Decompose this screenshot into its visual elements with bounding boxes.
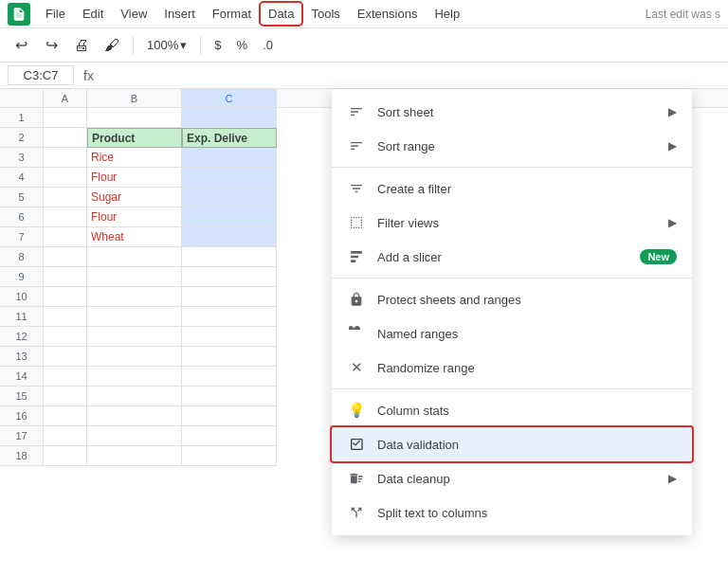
cell[interactable] xyxy=(44,247,87,267)
cell[interactable] xyxy=(87,327,182,347)
cell[interactable] xyxy=(44,287,87,307)
cell[interactable] xyxy=(44,267,87,287)
menu-format[interactable]: Format xyxy=(205,3,259,25)
row-num[interactable]: 12 xyxy=(0,327,44,347)
cell[interactable] xyxy=(87,446,182,466)
cell[interactable] xyxy=(87,108,182,128)
cell[interactable] xyxy=(44,188,87,207)
cell[interactable] xyxy=(44,227,87,247)
cell[interactable] xyxy=(182,108,277,128)
row-num[interactable]: 5 xyxy=(0,188,44,207)
row-num[interactable]: 7 xyxy=(0,227,44,247)
cell[interactable] xyxy=(87,406,182,426)
cell[interactable] xyxy=(87,387,182,406)
cell[interactable] xyxy=(182,446,277,466)
cell[interactable] xyxy=(87,367,182,387)
cell[interactable] xyxy=(182,367,277,387)
menu-item-sort-range[interactable]: Sort range ▶ xyxy=(332,129,692,163)
paint-format-button[interactable]: 🖌 xyxy=(99,32,125,59)
row-num[interactable]: 16 xyxy=(0,406,44,426)
cell[interactable] xyxy=(182,247,277,267)
cell[interactable] xyxy=(182,307,277,327)
cell[interactable] xyxy=(87,426,182,446)
col-header-a[interactable]: A xyxy=(44,89,87,107)
cell[interactable] xyxy=(44,387,87,406)
undo-button[interactable]: ↩ xyxy=(8,32,34,59)
menu-data[interactable]: Data xyxy=(261,3,301,25)
menu-edit[interactable]: Edit xyxy=(75,3,111,25)
row-num[interactable]: 11 xyxy=(0,307,44,327)
menu-item-data-validation[interactable]: Data validation xyxy=(332,427,692,461)
cell-rice[interactable]: Rice xyxy=(87,148,182,168)
redo-button[interactable]: ↪ xyxy=(38,32,64,59)
cell[interactable] xyxy=(87,247,182,267)
row-num[interactable]: 4 xyxy=(0,168,44,188)
cell-flour-1[interactable]: Flour xyxy=(87,168,182,188)
percent-button[interactable]: % xyxy=(230,36,253,54)
col-header-c[interactable]: C xyxy=(182,89,277,107)
cell[interactable] xyxy=(44,446,87,466)
cell[interactable] xyxy=(44,327,87,347)
print-button[interactable]: 🖨 xyxy=(68,32,95,59)
menu-insert[interactable]: Insert xyxy=(156,3,203,25)
row-num[interactable]: 14 xyxy=(0,367,44,387)
menu-tools[interactable]: Tools xyxy=(303,3,347,25)
formula-input[interactable] xyxy=(103,68,720,82)
menu-view[interactable]: View xyxy=(113,3,155,25)
cell[interactable] xyxy=(182,327,277,347)
cell[interactable] xyxy=(87,307,182,327)
menu-extensions[interactable]: Extensions xyxy=(350,3,426,25)
cell[interactable] xyxy=(87,267,182,287)
cell-product-header[interactable]: Product xyxy=(87,128,182,148)
cell[interactable] xyxy=(182,267,277,287)
row-num[interactable]: 6 xyxy=(0,207,44,227)
cell[interactable] xyxy=(182,168,277,188)
cell-flour-2[interactable]: Flour xyxy=(87,207,182,227)
menu-item-split-text[interactable]: Split text to columns xyxy=(332,495,692,530)
cell[interactable] xyxy=(44,426,87,446)
row-num[interactable]: 9 xyxy=(0,267,44,287)
menu-item-filter-views[interactable]: Filter views ▶ xyxy=(332,206,692,240)
menu-item-randomize-range[interactable]: ✕ Randomize range xyxy=(332,351,692,385)
row-num[interactable]: 1 xyxy=(0,108,44,128)
menu-item-column-stats[interactable]: 💡 Column stats xyxy=(332,393,692,427)
currency-button[interactable]: $ xyxy=(209,36,227,54)
cell[interactable] xyxy=(44,148,87,168)
cell[interactable] xyxy=(44,367,87,387)
cell-sugar[interactable]: Sugar xyxy=(87,188,182,207)
cell[interactable] xyxy=(182,406,277,426)
cell[interactable] xyxy=(182,207,277,227)
row-num[interactable]: 10 xyxy=(0,287,44,307)
cell[interactable] xyxy=(182,347,277,367)
cell[interactable] xyxy=(182,426,277,446)
menu-item-protect-sheets[interactable]: Protect sheets and ranges xyxy=(332,282,692,316)
col-header-b[interactable]: B xyxy=(87,89,182,107)
menu-item-create-filter[interactable]: Create a filter xyxy=(332,171,692,206)
cell[interactable] xyxy=(44,207,87,227)
cell[interactable] xyxy=(44,406,87,426)
row-num[interactable]: 2 xyxy=(0,128,44,148)
cell[interactable] xyxy=(44,307,87,327)
row-num[interactable]: 8 xyxy=(0,247,44,267)
cell[interactable] xyxy=(87,347,182,367)
row-num[interactable]: 15 xyxy=(0,387,44,406)
row-num[interactable]: 17 xyxy=(0,426,44,446)
cell[interactable] xyxy=(87,287,182,307)
cell[interactable] xyxy=(182,148,277,168)
row-num[interactable]: 18 xyxy=(0,446,44,466)
row-num[interactable]: 13 xyxy=(0,347,44,367)
cell[interactable] xyxy=(182,188,277,207)
cell[interactable] xyxy=(182,387,277,406)
cell[interactable] xyxy=(44,347,87,367)
cell[interactable] xyxy=(182,287,277,307)
cell[interactable] xyxy=(44,168,87,188)
menu-item-named-ranges[interactable]: Named ranges xyxy=(332,316,692,351)
menu-item-data-cleanup[interactable]: Data cleanup ▶ xyxy=(332,461,692,495)
menu-item-add-slicer[interactable]: Add a slicer New xyxy=(332,240,692,274)
cell-wheat[interactable]: Wheat xyxy=(87,227,182,247)
menu-file[interactable]: File xyxy=(38,3,73,25)
menu-item-sort-sheet[interactable]: Sort sheet ▶ xyxy=(332,95,692,129)
cell-delivery-header[interactable]: Exp. Delive xyxy=(182,128,277,148)
menu-help[interactable]: Help xyxy=(427,3,467,25)
zoom-selector[interactable]: 100% ▾ xyxy=(141,36,192,54)
